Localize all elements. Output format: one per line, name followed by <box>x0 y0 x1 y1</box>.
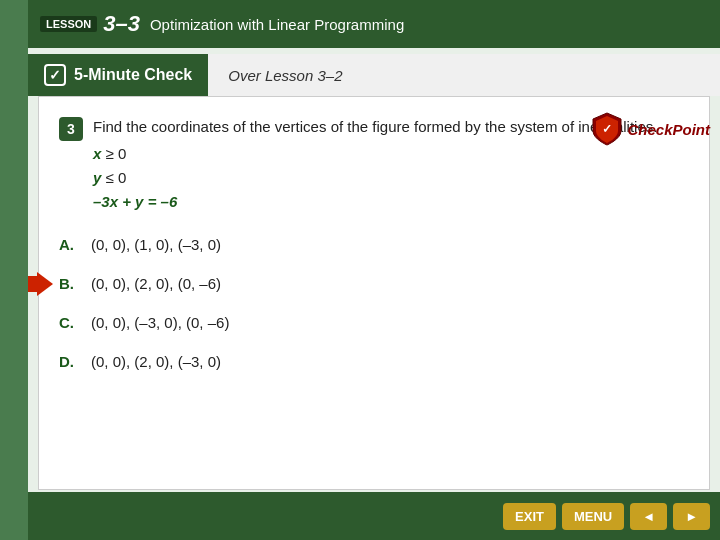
checkpoint-text: CheckPoint <box>627 121 710 138</box>
prev-button[interactable]: ◄ <box>630 503 667 530</box>
menu-button[interactable]: MENU <box>562 503 624 530</box>
answer-value: (0, 0), (–3, 0), (0, –6) <box>91 314 229 331</box>
side-strip <box>0 0 28 540</box>
lesson-prefix: LESSON <box>40 16 97 32</box>
exit-button[interactable]: EXIT <box>503 503 556 530</box>
bottom-bar: EXIT MENU ◄ ► <box>28 492 720 540</box>
answer-letter: C. <box>59 314 81 331</box>
svg-text:✓: ✓ <box>602 122 612 136</box>
over-lesson-text: Over Lesson 3–2 <box>228 67 342 84</box>
lesson-number: 3–3 <box>103 11 140 37</box>
answer-value: (0, 0), (2, 0), (0, –6) <box>91 275 221 292</box>
eq-1: x ≥ 0 <box>93 142 657 166</box>
question-body: Find the coordinates of the vertices of … <box>93 115 657 214</box>
answer-value: (0, 0), (1, 0), (–3, 0) <box>91 236 221 253</box>
answer-letter: B. <box>59 275 81 292</box>
main-content: 3 Find the coordinates of the vertices o… <box>38 96 710 490</box>
answer-row-d[interactable]: D.(0, 0), (2, 0), (–3, 0) <box>59 349 689 374</box>
answer-row-b[interactable]: B.(0, 0), (2, 0), (0, –6) <box>59 271 689 296</box>
five-min-label: 5-Minute Check <box>74 66 192 84</box>
answer-row-c[interactable]: C.(0, 0), (–3, 0), (0, –6) <box>59 310 689 335</box>
header-bar: LESSON 3–3 Optimization with Linear Prog… <box>28 0 720 48</box>
question-number-badge: 3 <box>59 117 83 141</box>
question-text: Find the coordinates of the vertices of … <box>93 115 657 138</box>
check-banner: ✓ 5-Minute Check Over Lesson 3–2 ✓ Check… <box>28 54 720 96</box>
five-min-check-box: ✓ 5-Minute Check <box>28 54 208 96</box>
header-title: Optimization with Linear Programming <box>150 16 404 33</box>
answer-row-a[interactable]: A.(0, 0), (1, 0), (–3, 0) <box>59 232 689 257</box>
eq-3: –3x + y = –6 <box>93 190 657 214</box>
answer-letter: A. <box>59 236 81 253</box>
answer-value: (0, 0), (2, 0), (–3, 0) <box>91 353 221 370</box>
answer-letter: D. <box>59 353 81 370</box>
check-icon: ✓ <box>44 64 66 86</box>
lesson-badge: LESSON 3–3 <box>40 11 140 37</box>
checkpoint-shield-icon: ✓ <box>591 111 623 147</box>
answers-list: A.(0, 0), (1, 0), (–3, 0)B.(0, 0), (2, 0… <box>59 232 689 374</box>
next-button[interactable]: ► <box>673 503 710 530</box>
eq-2: y ≤ 0 <box>93 166 657 190</box>
equation-lines: x ≥ 0 y ≤ 0 –3x + y = –6 <box>93 142 657 214</box>
checkpoint-logo: ✓ CheckPoint <box>591 110 710 148</box>
